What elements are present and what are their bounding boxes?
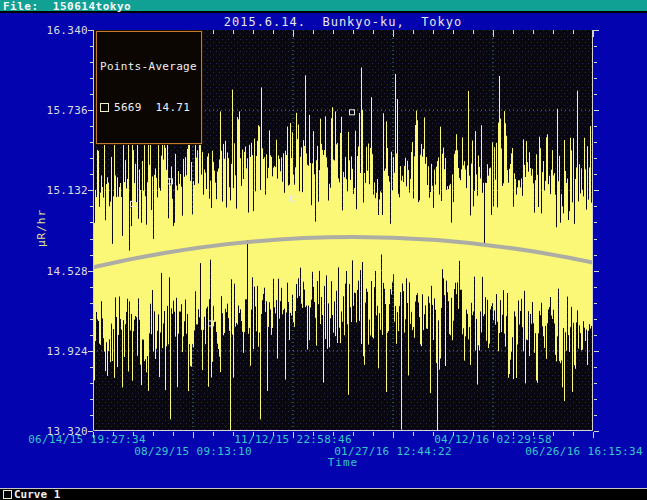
axis-tick	[313, 30, 314, 34]
axis-tick	[90, 62, 93, 63]
curve-marker-square-icon	[3, 490, 12, 499]
axis-tick	[90, 142, 93, 143]
axis-tick	[594, 174, 597, 175]
axis-tick	[553, 432, 554, 436]
axis-tick	[594, 239, 597, 240]
axis-tick	[113, 432, 114, 436]
axis-tick	[493, 432, 494, 438]
axis-tick	[594, 78, 597, 79]
axis-tick	[433, 30, 434, 34]
axis-tick	[88, 190, 93, 191]
axis-tick	[90, 399, 93, 400]
axis-tick	[153, 432, 154, 436]
axis-tick	[90, 287, 93, 288]
y-tick-label: 15.736	[0, 104, 88, 117]
axis-tick	[233, 432, 234, 436]
axis-tick	[594, 255, 597, 256]
axis-tick	[90, 415, 93, 416]
axis-tick	[594, 351, 599, 352]
axis-tick	[413, 30, 414, 34]
axis-tick	[533, 30, 534, 34]
axis-tick	[313, 432, 314, 436]
chart-legend: Points-Average 5669 14.71	[96, 31, 202, 144]
axis-tick	[193, 432, 194, 438]
chart-title: 2015.6.14. Bunkyo-ku, Tokyo	[93, 15, 593, 28]
axis-tick	[594, 110, 599, 111]
axis-tick	[90, 303, 93, 304]
axis-tick	[473, 30, 474, 34]
axis-tick	[90, 319, 93, 320]
axis-tick	[90, 46, 93, 47]
axis-tick	[593, 432, 594, 438]
axis-tick	[594, 206, 597, 207]
axis-tick	[373, 30, 374, 34]
axis-tick	[513, 432, 514, 436]
axis-tick	[593, 30, 594, 37]
axis-tick	[90, 239, 93, 240]
x-tick-label: 08/29/15 09:13:10	[123, 445, 263, 458]
axis-tick	[293, 30, 294, 37]
axis-tick	[594, 271, 599, 272]
axis-tick	[594, 399, 597, 400]
y-tick-label: 13.924	[0, 345, 88, 358]
axis-tick	[93, 432, 94, 438]
statusbar-curve-label[interactable]: Curve 1	[14, 488, 60, 500]
axis-tick	[90, 335, 93, 336]
axis-tick	[233, 30, 234, 34]
axis-tick	[90, 126, 93, 127]
axis-tick	[88, 271, 93, 272]
axis-tick	[253, 30, 254, 34]
axis-tick	[533, 432, 534, 436]
curve-marker-square-icon	[100, 103, 109, 112]
axis-tick	[93, 30, 94, 37]
axis-tick	[594, 431, 599, 432]
axis-tick	[594, 383, 597, 384]
axis-tick	[90, 78, 93, 79]
axis-tick	[594, 287, 597, 288]
axis-tick	[90, 174, 93, 175]
axis-tick	[594, 94, 597, 95]
axis-tick	[553, 30, 554, 34]
legend-entry-text: 5669 14.71	[114, 101, 190, 114]
axis-tick	[594, 319, 597, 320]
axis-tick	[453, 30, 454, 34]
y-tick-label: 14.528	[0, 265, 88, 278]
axis-tick	[594, 335, 597, 336]
axis-tick	[90, 158, 93, 159]
window-title: File: 150614tokyo	[3, 0, 131, 13]
y-tick-label: 16.340	[0, 24, 88, 37]
axis-tick	[90, 383, 93, 384]
axis-tick	[473, 432, 474, 436]
axis-tick	[513, 30, 514, 34]
x-tick-label: 01/27/16 12:44:22	[323, 445, 463, 458]
axis-tick	[273, 30, 274, 34]
axis-tick	[594, 46, 597, 47]
axis-tick	[594, 126, 597, 127]
axis-tick	[594, 367, 597, 368]
axis-tick	[213, 30, 214, 34]
axis-tick	[393, 432, 394, 438]
axis-tick	[594, 30, 599, 31]
axis-tick	[493, 30, 494, 37]
axis-tick	[433, 432, 434, 436]
axis-tick	[573, 432, 574, 436]
axis-tick	[373, 432, 374, 436]
window-titlebar: File: 150614tokyo	[0, 0, 647, 13]
axis-tick	[90, 367, 93, 368]
y-tick-label: 15.132	[0, 184, 88, 197]
axis-tick	[413, 432, 414, 436]
axis-tick	[594, 62, 597, 63]
axis-tick	[133, 432, 134, 436]
axis-tick	[273, 432, 274, 436]
axis-tick	[90, 94, 93, 95]
axis-tick	[173, 432, 174, 436]
axis-tick	[353, 30, 354, 34]
axis-tick	[594, 190, 599, 191]
axis-tick	[293, 432, 294, 438]
axis-tick	[594, 303, 597, 304]
axis-tick	[594, 222, 597, 223]
axis-tick	[253, 432, 254, 436]
axis-tick	[353, 432, 354, 436]
axis-tick	[393, 30, 394, 37]
legend-entry-row: 5669 14.71	[100, 100, 197, 115]
